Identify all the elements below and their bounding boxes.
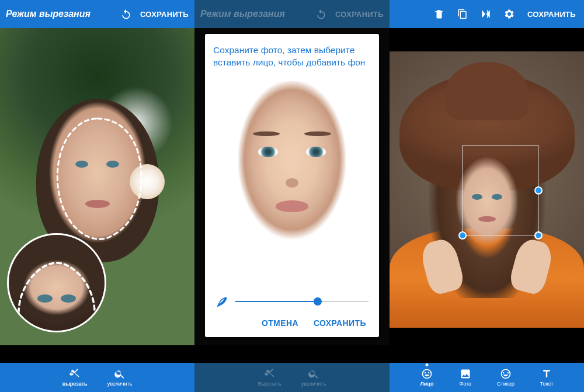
rotate-handle[interactable] [534,231,543,240]
bottom-gap [0,345,194,363]
tab-sticker-label: Стикер [497,381,515,387]
tab-face-label: Лицо [420,381,434,387]
magnify-icon [308,368,319,380]
magnifier-loupe [7,233,106,332]
cutout-face [222,81,362,268]
tool-cut-label: вырезать [62,381,88,387]
tab-face[interactable]: Лицо [420,368,434,387]
active-indicator [425,363,428,366]
resize-handle-bottom-left[interactable] [458,231,467,240]
dialog-actions: ОТМЕНА СОХРАНИТЬ [213,310,371,331]
tool-zoom[interactable]: увеличить [107,368,133,387]
feather-icon [215,295,228,308]
photo-canvas[interactable] [390,28,584,363]
save-button[interactable]: СОХРАНИТЬ [527,10,576,19]
tab-text[interactable]: Текст [540,368,554,387]
tab-text-label: Текст [540,381,554,387]
tool-cut: Вырезать [258,368,281,387]
photo-background [390,51,584,328]
topbar-actions: СОХРАНИТЬ [315,8,384,20]
topbar: СОХРАНИТЬ [390,0,584,28]
tool-cut-label: Вырезать [258,381,281,387]
bottom-toolbar: Вырезать увеличить [194,363,390,392]
photo-icon [460,368,471,380]
scissors-icon [69,368,81,380]
feather-slider[interactable] [235,296,369,307]
scissors-icon [264,368,276,380]
save-button: СОХРАНИТЬ [335,10,384,19]
bottom-gap [194,345,390,363]
photo-canvas: Сохраните фото, затем выберите вставить … [194,28,390,345]
bottom-toolbar: вырезать увеличить [0,363,194,392]
text-icon [541,368,552,380]
face-overlay-box[interactable] [463,145,538,235]
screen-cut-mode: Режим вырезания СОХРАНИТЬ [0,0,194,392]
flip-icon[interactable] [481,9,491,19]
bottom-toolbar: Лицо Фото Стикер Текст [390,363,584,392]
tool-zoom-label: увеличить [301,381,326,387]
settings-icon[interactable] [504,9,515,19]
feather-slider-row [213,292,371,310]
flower-accessory [130,164,165,199]
topbar: Режим вырезания СОХРАНИТЬ [0,0,194,28]
screen-save-dialog: Режим вырезания СОХРАНИТЬ Сохраните фото… [194,0,390,392]
screen-title: Режим вырезания [6,9,120,19]
dialog-preview [213,75,371,292]
tool-cut[interactable]: вырезать [62,368,88,387]
cancel-button[interactable]: ОТМЕНА [262,318,298,328]
topbar-actions: СОХРАНИТЬ [120,8,189,20]
delete-icon[interactable] [434,9,444,19]
slider-thumb[interactable] [314,297,322,306]
magnify-icon [114,368,126,380]
topbar: Режим вырезания СОХРАНИТЬ [194,0,390,28]
screen-editor: СОХРАНИТЬ Лицо Фото [390,0,584,392]
save-button[interactable]: СОХРАНИТЬ [140,10,189,19]
screen-title: Режим вырезания [200,9,315,19]
photo-canvas[interactable] [0,28,194,345]
resize-handle-right[interactable] [534,186,543,195]
save-dialog: Сохраните фото, затем выберите вставить … [205,34,379,337]
tool-zoom-label: увеличить [107,381,133,387]
undo-icon [315,8,327,20]
undo-icon[interactable] [120,8,132,20]
tab-sticker[interactable]: Стикер [497,368,515,387]
tab-photo[interactable]: Фото [459,368,471,387]
dialog-message: Сохраните фото, затем выберите вставить … [213,44,371,69]
tab-photo-label: Фото [459,381,471,387]
confirm-save-button[interactable]: СОХРАНИТЬ [314,318,366,328]
sticker-icon [500,368,512,380]
tool-zoom: увеличить [301,368,326,387]
copy-icon[interactable] [457,9,468,19]
face-icon [421,368,433,380]
